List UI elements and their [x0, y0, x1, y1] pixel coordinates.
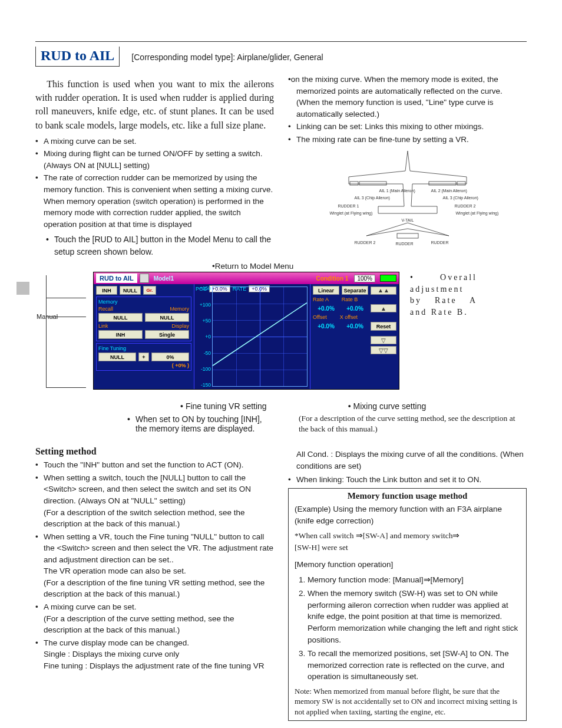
rate-a-value[interactable]: +0.0%: [313, 305, 339, 312]
link-button[interactable]: INH: [98, 330, 143, 339]
svg-rect-3: [457, 182, 465, 185]
list-item: When linking: Touch the Link button and …: [288, 474, 527, 486]
diagram-label: RUDDER 2: [355, 241, 376, 245]
back-icon[interactable]: [140, 274, 149, 283]
diagram-label: RUDDER: [396, 242, 414, 246]
rate-adjust-note: Overall adjustment by Rate A and Rate B.: [406, 272, 477, 318]
mixing-curve-callout: Mixing curve setting: [348, 401, 427, 411]
diagram-label: AIL 3 (Chip Aileron): [443, 196, 478, 200]
switch-null-button[interactable]: NULL: [120, 286, 141, 295]
setup-screen: RUD to AIL Model1 Condition 1 100% INH N…: [93, 272, 399, 390]
model-name: Model1: [154, 275, 174, 282]
down-icon[interactable]: ▽: [371, 336, 396, 344]
fine-tuning-mode-button[interactable]: +: [138, 353, 149, 361]
display-label: Display: [171, 323, 189, 329]
screen-title-button[interactable]: RUD to AIL: [96, 274, 137, 283]
battery-icon: [380, 275, 396, 282]
up-icon[interactable]: ▲: [371, 304, 396, 312]
list-item: Memory function mode: [Manual]⇒[Memory]: [308, 574, 520, 586]
recall-switch-button[interactable]: NULL: [98, 313, 143, 322]
diagram-label: RUDDER 1: [338, 204, 359, 208]
memory-op-heading: [Memory function operation]: [295, 559, 520, 571]
fine-tuning-vr-button[interactable]: NULL: [98, 353, 136, 361]
callout-lines: Manual: [35, 272, 86, 397]
memory-function-box: Memory function usage method (Example) U…: [288, 488, 527, 722]
feature-list-left: A mixing curve can be set. Mixing during…: [35, 136, 274, 230]
memory-group-label: Memory: [98, 299, 189, 305]
list-item: When the memory switch (SW-H) was set to…: [308, 588, 520, 645]
fine-tuning-callout: Fine tuning VR setting: [180, 401, 267, 411]
inh-on-note: When set to ON by touching [INH], the me…: [135, 414, 274, 433]
all-cond-note: All Cond. : Displays the mixing curve of…: [288, 449, 527, 472]
group-button[interactable]: Gr.: [143, 286, 156, 295]
reset-button[interactable]: Reset: [371, 322, 396, 331]
svg-rect-1: [429, 182, 456, 185]
page-title: RUD to AIL: [35, 47, 120, 67]
diagram-label: AIL 1 (Main Aileron): [379, 189, 415, 193]
switch-setup-note: *When call switch ⇒[SW-A] and memory swi…: [295, 530, 520, 553]
diagram-label: AIL 2 (Main Aileron): [431, 189, 467, 193]
double-down-icon[interactable]: ▽▽: [371, 346, 396, 354]
list-item: The mixing rate can be fine-tune by sett…: [288, 134, 527, 146]
fine-tuning-rate-button[interactable]: 0%: [151, 353, 189, 361]
list-item: When setting a VR, touch the Fine tuning…: [35, 531, 274, 600]
touch-instruction: Touch the [RUD to AIL] button in the Mod…: [35, 233, 274, 258]
memory-steps: Memory function mode: [Manual]⇒[Memory] …: [295, 574, 520, 683]
memory-warning-note: Note: When memorized from manual before …: [289, 686, 526, 717]
curve-type-button[interactable]: Linear: [313, 286, 339, 295]
x-offset-value[interactable]: +0.0%: [342, 323, 368, 330]
list-item: A mixing curve can be set.: [35, 136, 274, 147]
section-tab: [16, 282, 29, 295]
offset-value[interactable]: +0.0%: [313, 323, 339, 330]
battery-percent: 100%: [354, 275, 375, 282]
feature-list-right: •on the mixing curve. When the memory mo…: [288, 74, 527, 145]
diagram-label: AIL 3 (Chip Aileron): [355, 196, 390, 200]
list-item: When setting a switch, touch the [NULL] …: [35, 472, 274, 530]
return-link-label: Return to Model Menu: [212, 262, 527, 271]
rate-b-value[interactable]: +0.0%: [342, 305, 368, 312]
fine-tuning-value: ( +0% ): [98, 363, 189, 368]
curve-method-note: (For a description of the curve setting …: [299, 413, 527, 434]
list-item: Touch the "INH" button and set the funct…: [35, 459, 274, 471]
curve-graph: POS+0.0% RATE+0.0% +150+100 +50+0 -50-10…: [194, 284, 310, 389]
svg-line-5: [213, 303, 307, 366]
aircraft-diagram: AIL 1 (Main Aileron) AIL 2 (Main Aileron…: [331, 147, 484, 248]
intro-paragraph: This function is used when you want to m…: [35, 77, 274, 132]
condition-name: Condition 1: [316, 275, 348, 282]
memory-function-heading: Memory function usage method: [289, 491, 526, 501]
list-item: To recall the memorized positions, set […: [308, 648, 520, 683]
diagram-label: Winglet (at Flying wing): [330, 211, 373, 215]
setting-method-list: Touch the "INH" button and set the funct…: [35, 459, 274, 671]
memory-switch-button[interactable]: NULL: [145, 313, 189, 322]
x-offset-label: X offset: [340, 314, 358, 320]
diagram-label: V-TAIL: [402, 218, 414, 222]
memory-label: Memory: [170, 306, 189, 312]
recall-label: Recall: [98, 306, 113, 312]
diagram-label: Winglet (at Flying wing): [456, 211, 499, 215]
fine-tuning-group-label: Fine Tuning: [98, 345, 189, 351]
list-item: A mixing curve can be set. (For a descri…: [35, 601, 274, 636]
rate-b-label: Rate B: [342, 297, 358, 302]
double-up-icon[interactable]: ▲▲: [371, 286, 396, 295]
diagram-label: RUDDER 2: [455, 204, 476, 208]
setting-method-heading: Setting method: [35, 446, 274, 457]
offset-label: Offset: [313, 314, 327, 320]
list-item: •on the mixing curve. When the memory mo…: [288, 74, 527, 120]
svg-rect-0: [359, 182, 386, 185]
model-type: [Corresponding model type]: Airplane/gli…: [131, 52, 323, 62]
list-item: The rate of correction rudder can be mem…: [35, 172, 274, 230]
list-item: Linking can be set: Links this mixing to…: [288, 121, 527, 133]
diagram-label: RUDDER: [431, 241, 449, 245]
separate-button[interactable]: Separate: [342, 286, 368, 295]
list-item: The curve display mode can be changed. S…: [35, 637, 274, 672]
display-mode-button[interactable]: Single: [145, 330, 189, 339]
rate-a-label: Rate A: [313, 297, 329, 302]
memory-example: (Example) Using the memory function with…: [295, 503, 520, 526]
svg-rect-4: [397, 233, 418, 238]
inh-button[interactable]: INH: [96, 286, 117, 295]
svg-rect-2: [350, 182, 358, 185]
list-item: Mixing during flight can be turned ON/OF…: [35, 148, 274, 171]
link-label: Link: [98, 323, 108, 329]
